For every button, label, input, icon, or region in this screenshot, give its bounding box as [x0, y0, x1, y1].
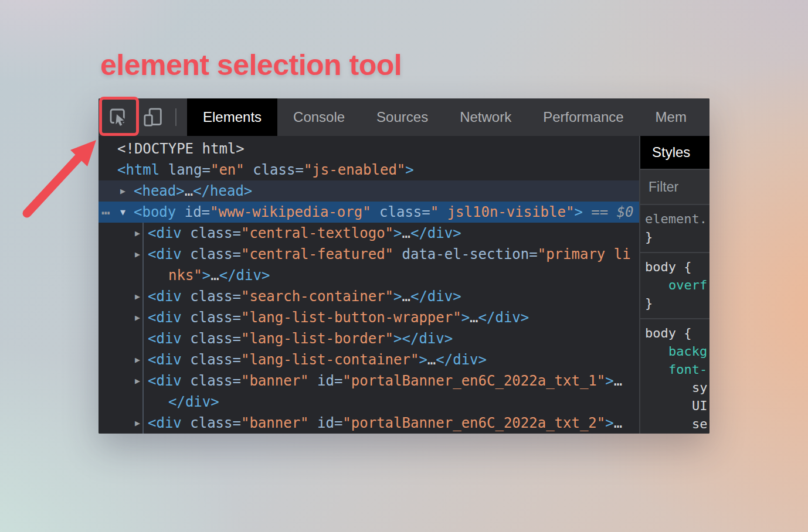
code-token: == — [583, 204, 617, 220]
tab-mem[interactable]: Mem — [640, 98, 702, 136]
code-token: class= — [182, 288, 241, 305]
code-token: … — [614, 415, 622, 431]
styles-sidebar: Styles Filter element.}body {overf}body … — [639, 136, 709, 434]
css-rule[interactable]: element.} — [640, 205, 709, 253]
tab-sources[interactable]: Sources — [361, 98, 444, 136]
code-token: </div> — [478, 309, 529, 326]
code-token: > — [393, 288, 402, 305]
css-line: font- — [645, 433, 709, 434]
device-toolbar-icon — [141, 105, 165, 129]
code-token: ></div> — [393, 330, 453, 347]
code-token: > — [202, 267, 211, 284]
code-token: … — [402, 225, 410, 241]
code-token: </div> — [219, 267, 270, 284]
expand-arrow-icon[interactable]: ▶ — [135, 244, 140, 265]
tree-row[interactable]: ▶<div class="central-featured" data-el-s… — [99, 244, 639, 265]
expand-arrow-icon[interactable]: ▶ — [135, 223, 140, 244]
code-token: </div> — [410, 225, 461, 241]
annotation-title: element selection tool — [100, 48, 402, 82]
code-token: </div> — [436, 352, 487, 368]
code-token: <div — [148, 415, 182, 431]
expand-arrow-icon[interactable]: ▶ — [135, 370, 140, 391]
code-token: <div — [148, 373, 182, 389]
code-token: class= — [182, 225, 241, 241]
expand-arrow-icon[interactable]: ▶ — [135, 307, 140, 328]
code-token: <body — [134, 204, 176, 220]
code-token: "en" — [211, 162, 245, 178]
css-line: body { — [645, 258, 709, 276]
code-token: "portalBanner_en6C_2022a_txt_2" — [342, 415, 605, 431]
code-token: lang= — [159, 162, 211, 178]
tree-row[interactable]: ▶<div class="lang-list-container">…</div… — [99, 349, 639, 370]
devtools-main: <!DOCTYPE html><html lang="en" class="js… — [99, 136, 709, 434]
screenshot-canvas: { "annotation": { "title": "element sele… — [0, 0, 808, 532]
expand-arrow-icon[interactable]: ▶ — [135, 349, 140, 370]
css-rule[interactable]: body {overf} — [640, 253, 709, 319]
code-token: class= — [182, 415, 241, 431]
code-token: <div — [148, 309, 182, 326]
tab-performance[interactable]: Performance — [527, 98, 639, 136]
code-token: "central-featured" — [241, 246, 393, 262]
code-token: <div — [148, 330, 182, 347]
code-token: class= — [245, 162, 304, 178]
tree-row[interactable]: <div class="lang-list-border"></div> — [99, 328, 639, 349]
tab-console[interactable]: Console — [277, 98, 361, 136]
tree-row[interactable]: …▼<body id="www-wikipedia-org" class=" j… — [99, 202, 639, 223]
tree-row[interactable]: nks">…</div> — [99, 265, 639, 286]
tree-row[interactable]: ▶<head>…</head> — [99, 180, 639, 202]
code-token: > — [461, 309, 470, 326]
toolbar-divider — [175, 108, 176, 126]
tree-row[interactable]: ▶<div class="search-container">…</div> — [99, 286, 639, 307]
tab-elements[interactable]: Elements — [187, 98, 277, 136]
tab-styles[interactable]: Styles — [640, 136, 709, 169]
css-line: se — [645, 415, 709, 433]
expand-arrow-icon[interactable]: ▶ — [135, 286, 140, 307]
code-token: </div> — [168, 394, 219, 410]
collapse-arrow-icon[interactable]: ▼ — [120, 202, 125, 223]
tree-row[interactable]: ▶<div class="central-textlogo">…</div> — [99, 223, 639, 244]
css-line: UI — [645, 397, 709, 415]
css-line: backg — [645, 342, 709, 360]
code-token: class= — [182, 246, 241, 262]
styles-filter-input[interactable]: Filter — [640, 169, 709, 205]
css-line: sy — [645, 378, 709, 397]
code-token: > — [574, 204, 582, 220]
code-token: > — [405, 162, 413, 178]
code-token: <html — [117, 162, 159, 178]
tree-row[interactable]: <html lang="en" class="js-enabled"> — [99, 159, 639, 180]
code-token: " jsl10n-visible" — [430, 204, 575, 220]
expand-arrow-icon[interactable]: ▶ — [120, 180, 125, 202]
tree-row[interactable]: ▶<div class="lang-list-button-wrapper">…… — [99, 307, 639, 328]
code-token: > — [605, 415, 613, 431]
devtools-window: ElementsConsoleSourcesNetworkPerformance… — [99, 98, 709, 434]
tree-row[interactable]: </div> — [99, 391, 639, 412]
code-token: "search-container" — [241, 288, 393, 305]
code-token: class= — [182, 309, 241, 326]
code-token: "js-enabled" — [304, 162, 405, 178]
more-actions-dots[interactable]: … — [101, 199, 110, 220]
styles-tabstrip: Styles — [640, 136, 709, 169]
code-token: <!DOCTYPE html> — [117, 141, 245, 157]
tab-network[interactable]: Network — [444, 98, 527, 136]
code-token: … — [185, 183, 193, 199]
code-token: <head> — [134, 183, 185, 199]
device-toolbar-button[interactable] — [141, 105, 165, 129]
code-token: "lang-list-border" — [241, 330, 393, 347]
code-token: class= — [182, 352, 241, 368]
code-token: … — [211, 267, 219, 284]
code-token: … — [427, 352, 436, 368]
tree-row[interactable]: ▶<div class="banner" id="portalBanner_en… — [99, 370, 639, 391]
code-token: <div — [148, 352, 182, 368]
tree-row[interactable]: <!DOCTYPE html> — [99, 138, 639, 159]
code-token: <div — [148, 225, 182, 241]
css-rule[interactable]: body {backgfont-syUIsefont- — [640, 319, 709, 434]
expand-arrow-icon[interactable]: ▶ — [135, 412, 140, 434]
css-line: body { — [645, 324, 709, 342]
css-line: font- — [645, 360, 709, 378]
tree-row[interactable]: ▶<div class="banner" id="portalBanner_en… — [99, 412, 639, 434]
code-token: … — [614, 373, 622, 389]
code-token: > — [393, 225, 402, 241]
code-token: "www-wikipedia-org" — [210, 204, 371, 220]
code-token: "lang-list-container" — [241, 352, 419, 368]
code-token: class= — [182, 373, 241, 389]
